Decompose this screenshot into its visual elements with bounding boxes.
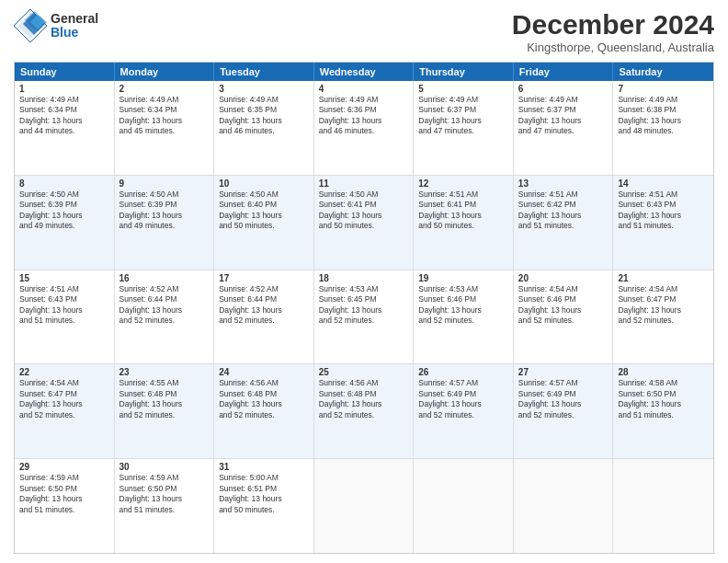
cell-line: Daylight: 13 hours [319, 211, 409, 221]
day-cell-10: 10Sunrise: 4:50 AMSunset: 6:40 PMDayligh… [214, 176, 314, 270]
cell-line: and 44 minutes. [19, 126, 109, 136]
header-cell-wednesday: Wednesday [314, 63, 415, 81]
cell-line: and 50 minutes. [219, 221, 309, 231]
cell-line: Sunset: 6:44 PM [119, 294, 210, 304]
cell-line: Daylight: 13 hours [119, 211, 210, 221]
cell-line: Sunrise: 4:59 AM [19, 473, 109, 483]
day-number: 15 [19, 273, 109, 283]
day-number: 22 [19, 367, 109, 377]
cell-line: Sunrise: 4:54 AM [19, 378, 109, 388]
cell-line: Sunset: 6:45 PM [319, 294, 409, 304]
cell-line: Daylight: 13 hours [19, 116, 109, 126]
day-number: 7 [618, 84, 709, 94]
cell-line: Sunset: 6:42 PM [518, 200, 609, 210]
day-cell-14: 14Sunrise: 4:51 AMSunset: 6:43 PMDayligh… [613, 176, 713, 270]
cell-line: Sunrise: 4:56 AM [219, 378, 309, 388]
cell-line: Sunset: 6:46 PM [418, 294, 508, 304]
calendar-row-4: 22Sunrise: 4:54 AMSunset: 6:47 PMDayligh… [15, 364, 713, 459]
cell-line: Sunrise: 4:51 AM [518, 190, 609, 200]
day-number: 23 [119, 367, 210, 377]
cell-line: Sunrise: 4:49 AM [418, 95, 508, 105]
cell-line: Sunset: 6:36 PM [319, 105, 409, 115]
day-cell-23: 23Sunrise: 4:55 AMSunset: 6:48 PMDayligh… [115, 364, 215, 458]
cell-line: and 52 minutes. [319, 316, 409, 326]
cell-line: and 45 minutes. [119, 126, 210, 136]
header-cell-thursday: Thursday [414, 63, 514, 81]
day-cell-8: 8Sunrise: 4:50 AMSunset: 6:39 PMDaylight… [15, 176, 115, 270]
page: General Blue December 2024 Kingsthorpe, … [0, 0, 728, 563]
day-cell-28: 28Sunrise: 4:58 AMSunset: 6:50 PMDayligh… [613, 364, 713, 458]
day-number: 30 [119, 462, 210, 472]
calendar-header: SundayMondayTuesdayWednesdayThursdayFrid… [15, 63, 713, 81]
cell-line: Sunrise: 4:50 AM [319, 190, 409, 200]
day-number: 17 [219, 273, 309, 283]
cell-line: and 47 minutes. [518, 126, 609, 136]
day-number: 11 [319, 178, 409, 189]
cell-line: Sunset: 6:48 PM [319, 389, 409, 399]
day-number: 26 [418, 367, 508, 377]
cell-line: Daylight: 13 hours [618, 399, 709, 409]
cell-line: Sunrise: 4:51 AM [19, 284, 109, 294]
cell-line: Sunset: 6:39 PM [19, 200, 109, 210]
day-cell-25: 25Sunrise: 4:56 AMSunset: 6:48 PMDayligh… [314, 364, 415, 458]
day-cell-20: 20Sunrise: 4:54 AMSunset: 6:46 PMDayligh… [514, 270, 614, 364]
day-number: 4 [319, 84, 409, 94]
cell-line: Daylight: 13 hours [518, 211, 609, 221]
day-number: 24 [219, 367, 309, 377]
cell-line: and 52 minutes. [219, 316, 309, 326]
cell-line: Sunset: 6:40 PM [219, 200, 309, 210]
cell-line: and 51 minutes. [518, 221, 609, 231]
day-number: 31 [219, 462, 309, 472]
location: Kingsthorpe, Queensland, Australia [512, 40, 714, 54]
cell-line: Daylight: 13 hours [319, 116, 409, 126]
cell-line: Daylight: 13 hours [518, 116, 609, 126]
cell-line: Daylight: 13 hours [219, 116, 309, 126]
cell-line: Daylight: 13 hours [119, 494, 210, 504]
day-number: 3 [219, 84, 309, 94]
logo-blue: Blue [51, 26, 98, 40]
day-cell-9: 9Sunrise: 4:50 AMSunset: 6:39 PMDaylight… [115, 176, 215, 270]
cell-line: and 50 minutes. [219, 505, 309, 515]
cell-line: Daylight: 13 hours [19, 399, 109, 409]
cell-line: Daylight: 13 hours [219, 211, 309, 221]
cell-line: and 46 minutes. [319, 126, 409, 136]
calendar: SundayMondayTuesdayWednesdayThursdayFrid… [14, 62, 714, 554]
cell-line: Sunrise: 5:00 AM [219, 473, 309, 483]
cell-line: and 50 minutes. [418, 221, 508, 231]
cell-line: Sunrise: 4:59 AM [119, 473, 210, 483]
cell-line: Sunset: 6:38 PM [618, 105, 709, 115]
header-cell-friday: Friday [514, 63, 614, 81]
day-cell-22: 22Sunrise: 4:54 AMSunset: 6:47 PMDayligh… [15, 364, 115, 458]
header-cell-tuesday: Tuesday [214, 63, 314, 81]
cell-line: Sunset: 6:46 PM [518, 294, 609, 304]
cell-line: Sunrise: 4:51 AM [418, 190, 508, 200]
cell-line: Daylight: 13 hours [418, 305, 508, 316]
day-number: 10 [219, 178, 309, 189]
cell-line: Sunset: 6:41 PM [418, 200, 508, 210]
cell-line: Sunset: 6:34 PM [19, 105, 109, 115]
cell-line: Sunrise: 4:50 AM [19, 190, 109, 200]
cell-line: Sunrise: 4:56 AM [319, 378, 409, 388]
day-cell-27: 27Sunrise: 4:57 AMSunset: 6:49 PMDayligh… [514, 364, 614, 458]
cell-line: Sunset: 6:51 PM [219, 484, 309, 494]
cell-line: and 52 minutes. [518, 410, 609, 420]
cell-line: Sunrise: 4:50 AM [219, 190, 309, 200]
day-number: 27 [518, 367, 609, 377]
day-cell-2: 2Sunrise: 4:49 AMSunset: 6:34 PMDaylight… [115, 81, 215, 175]
day-cell-3: 3Sunrise: 4:49 AMSunset: 6:35 PMDaylight… [214, 81, 314, 175]
cell-line: Daylight: 13 hours [19, 494, 109, 504]
cell-line: Sunset: 6:48 PM [219, 389, 309, 399]
day-number: 21 [618, 273, 709, 283]
cell-line: Sunrise: 4:49 AM [618, 95, 709, 105]
cell-line: Sunset: 6:43 PM [19, 294, 109, 304]
cell-line: Sunrise: 4:51 AM [618, 190, 709, 200]
cell-line: Sunset: 6:47 PM [19, 389, 109, 399]
day-number: 16 [119, 273, 210, 283]
day-number: 8 [19, 178, 109, 189]
cell-line: Sunrise: 4:57 AM [418, 378, 508, 388]
cell-line: Sunset: 6:49 PM [418, 389, 508, 399]
cell-line: and 46 minutes. [219, 126, 309, 136]
cell-line: Sunset: 6:35 PM [219, 105, 309, 115]
day-cell-29: 29Sunrise: 4:59 AMSunset: 6:50 PMDayligh… [15, 459, 115, 553]
header: General Blue December 2024 Kingsthorpe, … [14, 9, 714, 54]
